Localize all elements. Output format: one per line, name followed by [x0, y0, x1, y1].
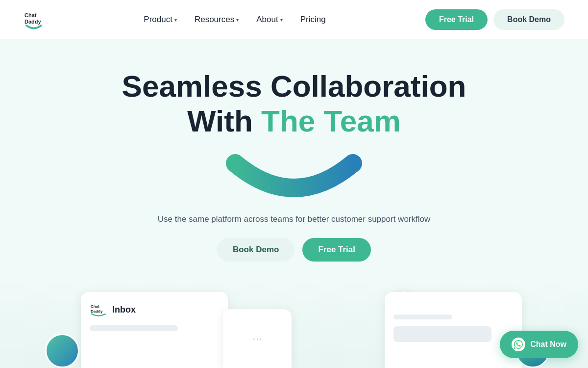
- hero-book-demo-button[interactable]: Book Demo: [217, 238, 294, 262]
- chevron-down-icon: ▾: [174, 17, 177, 23]
- inbox-bar: [90, 325, 178, 331]
- nav-free-trial-button[interactable]: Free Trial: [425, 9, 488, 30]
- nav-item-product[interactable]: Product ▾: [144, 15, 177, 25]
- chevron-down-icon: ▾: [280, 17, 283, 23]
- right-card-line1: [393, 315, 452, 319]
- inbox-header: Chat Daddy Inbox: [90, 301, 219, 318]
- right-card-line2: [393, 326, 491, 342]
- smile-graphic: [220, 149, 368, 203]
- chat-now-button[interactable]: Chat Now: [500, 331, 578, 358]
- nav-item-pricing[interactable]: Pricing: [300, 15, 326, 25]
- hero-section: Seamless Collaboration With The Team Use…: [0, 39, 588, 262]
- avatar-left: [45, 334, 79, 368]
- nav-item-about[interactable]: About ▾: [256, 15, 282, 25]
- nav-links: Product ▾ Resources ▾ About ▾ Pricing: [144, 15, 325, 25]
- right-card: [385, 292, 522, 368]
- middle-card: ⋯: [223, 309, 292, 368]
- nav-actions: Free Trial Book Demo: [425, 9, 564, 30]
- chevron-down-icon: ▾: [236, 17, 239, 23]
- hero-subtitle: Use the same platform across teams for b…: [158, 214, 430, 224]
- logo[interactable]: Chat Daddy: [24, 9, 44, 30]
- svg-text:Chat: Chat: [91, 304, 99, 309]
- preview-section: Chat Daddy Inbox ⋯ 🛍: [0, 280, 588, 368]
- hero-buttons: Book Demo Free Trial: [217, 238, 371, 262]
- hero-free-trial-button[interactable]: Free Trial: [302, 238, 371, 262]
- chat-now-label: Chat Now: [530, 340, 566, 349]
- inbox-title: Inbox: [112, 305, 136, 315]
- navbar: Chat Daddy Product ▾ Resources ▾ About ▾: [0, 0, 588, 39]
- svg-text:Daddy: Daddy: [91, 309, 103, 314]
- svg-text:Daddy: Daddy: [24, 19, 42, 25]
- nav-book-demo-button[interactable]: Book Demo: [493, 9, 564, 30]
- svg-text:Chat: Chat: [24, 12, 37, 18]
- inbox-logo: Chat Daddy: [90, 301, 107, 318]
- hero-title: Seamless Collaboration With The Team: [122, 69, 466, 139]
- inbox-card: Chat Daddy Inbox: [81, 292, 228, 368]
- nav-item-resources[interactable]: Resources ▾: [195, 15, 239, 25]
- whatsapp-icon: [512, 338, 525, 351]
